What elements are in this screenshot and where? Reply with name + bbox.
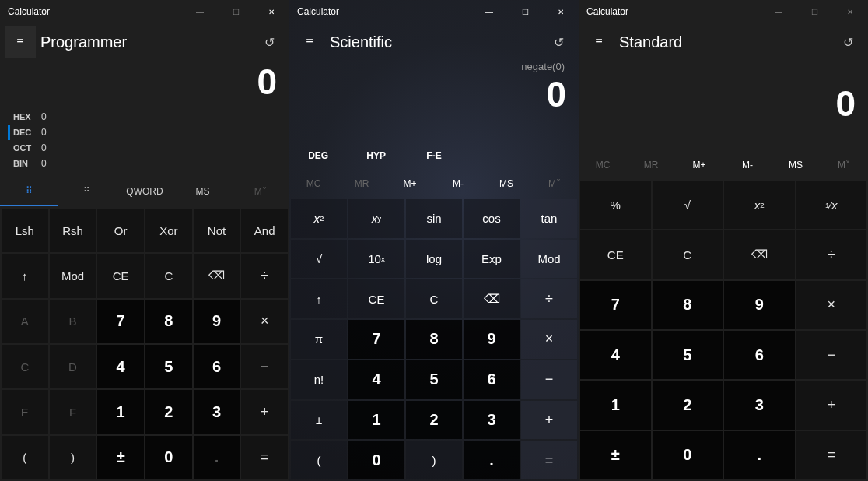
negate-button[interactable]: ± — [580, 431, 651, 479]
c-button[interactable]: C — [145, 254, 192, 297]
backspace-button[interactable]: ⌫ — [194, 254, 240, 297]
equals-button[interactable]: = — [796, 431, 867, 479]
xor-button[interactable]: Xor — [145, 209, 192, 252]
bitfield-icon[interactable]: ⠿ — [0, 176, 58, 206]
num-8-button[interactable]: 8 — [406, 320, 462, 359]
num-7-button[interactable]: 7 — [348, 320, 404, 359]
mc-button[interactable]: MC — [579, 151, 627, 179]
history-icon[interactable]: ↺ — [543, 26, 574, 58]
num-1-button[interactable]: 1 — [580, 381, 651, 429]
radix-oct[interactable]: OCT0 — [8, 140, 289, 156]
sin-button[interactable]: sin — [406, 199, 462, 238]
hamburger-icon[interactable]: ≡ — [583, 26, 614, 58]
num-5-button[interactable]: 5 — [653, 331, 723, 379]
mdrop-button[interactable]: M˅ — [820, 151, 868, 179]
ce-button[interactable]: CE — [97, 254, 144, 297]
num-3-button[interactable]: 3 — [724, 381, 795, 429]
num-2-button[interactable]: 2 — [406, 401, 462, 440]
maximize-button[interactable]: ☐ — [218, 0, 254, 23]
multiply-button[interactable]: × — [521, 320, 577, 359]
mplus-button[interactable]: M+ — [386, 170, 434, 198]
c-button[interactable]: C — [653, 230, 723, 279]
num-7-button[interactable]: 7 — [97, 300, 144, 343]
maximize-button[interactable]: ☐ — [796, 0, 832, 23]
num-8-button[interactable]: 8 — [653, 281, 723, 329]
num-5-button[interactable]: 5 — [406, 360, 462, 399]
num-9-button[interactable]: 9 — [464, 320, 520, 359]
num-2-button[interactable]: 2 — [145, 390, 192, 434]
open-paren-button[interactable]: ( — [291, 441, 347, 479]
hex-d-button[interactable]: D — [50, 345, 96, 388]
num-1-button[interactable]: 1 — [348, 401, 404, 440]
radix-dec[interactable]: DEC0 — [8, 125, 289, 140]
mod-button[interactable]: Mod — [50, 254, 96, 297]
mr-button[interactable]: MR — [338, 170, 386, 198]
num-0-button[interactable]: 0 — [348, 441, 404, 479]
ms-button[interactable]: MS — [482, 170, 530, 198]
ms-button[interactable]: MS — [772, 151, 820, 179]
ms-button[interactable]: MS — [173, 176, 231, 206]
hex-c-button[interactable]: C — [2, 345, 48, 388]
equals-button[interactable]: = — [521, 441, 577, 479]
cos-button[interactable]: cos — [464, 199, 520, 238]
num-5-button[interactable]: 5 — [145, 345, 192, 388]
mr-button[interactable]: MR — [627, 151, 675, 179]
close-button[interactable]: ✕ — [254, 0, 289, 23]
minimize-button[interactable]: — — [761, 0, 796, 23]
num-0-button[interactable]: 0 — [145, 436, 192, 479]
num-3-button[interactable]: 3 — [194, 390, 240, 434]
num-0-button[interactable]: 0 — [653, 431, 723, 479]
and-button[interactable]: And — [241, 209, 288, 252]
close-paren-button[interactable]: ) — [406, 441, 462, 479]
minimize-button[interactable]: — — [182, 0, 218, 23]
multiply-button[interactable]: × — [241, 300, 288, 343]
decimal-button[interactable]: . — [464, 441, 520, 479]
ten-pow-x-button[interactable]: 10x — [348, 240, 404, 279]
num-9-button[interactable]: 9 — [724, 281, 795, 329]
divide-button[interactable]: ÷ — [521, 279, 577, 318]
num-6-button[interactable]: 6 — [194, 345, 240, 388]
not-button[interactable]: Not — [194, 209, 240, 252]
plus-button[interactable]: + — [521, 401, 577, 440]
radix-hex[interactable]: HEX0 — [8, 109, 289, 125]
open-paren-button[interactable]: ( — [2, 436, 48, 479]
reciprocal-button[interactable]: 1⁄x — [796, 181, 867, 229]
hex-e-button[interactable]: E — [2, 390, 48, 434]
hex-a-button[interactable]: A — [2, 300, 48, 343]
factorial-button[interactable]: n! — [291, 360, 347, 399]
divide-button[interactable]: ÷ — [241, 254, 288, 297]
mod-button[interactable]: Mod — [521, 240, 577, 279]
plus-button[interactable]: + — [241, 390, 288, 434]
minus-button[interactable]: − — [796, 331, 867, 379]
up-arrow-button[interactable]: ↑ — [2, 254, 48, 297]
minimize-button[interactable]: — — [471, 0, 507, 23]
mplus-button[interactable]: M+ — [675, 151, 723, 179]
or-button[interactable]: Or — [97, 209, 144, 252]
decimal-button[interactable]: . — [194, 436, 240, 479]
pi-button[interactable]: π — [291, 320, 347, 359]
mc-button[interactable]: MC — [289, 170, 338, 198]
tan-button[interactable]: tan — [521, 199, 577, 238]
bit-toggle-icon[interactable]: ⠛ — [58, 176, 115, 206]
backspace-button[interactable]: ⌫ — [464, 279, 520, 318]
ce-button[interactable]: CE — [348, 279, 404, 318]
multiply-button[interactable]: × — [796, 281, 867, 329]
memory-dropdown[interactable]: M˅ — [232, 176, 289, 206]
backspace-button[interactable]: ⌫ — [724, 230, 795, 279]
equals-button[interactable]: = — [241, 436, 288, 479]
up-arrow-button[interactable]: ↑ — [291, 279, 347, 318]
negate-button[interactable]: ± — [97, 436, 144, 479]
history-icon[interactable]: ↺ — [832, 26, 863, 58]
c-button[interactable]: C — [406, 279, 462, 318]
minus-button[interactable]: − — [241, 345, 288, 388]
rsh-button[interactable]: Rsh — [50, 209, 96, 252]
num-6-button[interactable]: 6 — [464, 360, 520, 399]
mminus-button[interactable]: M- — [723, 151, 772, 179]
num-6-button[interactable]: 6 — [724, 331, 795, 379]
lsh-button[interactable]: Lsh — [2, 209, 48, 252]
hyp-button[interactable]: HYP — [347, 142, 404, 170]
num-2-button[interactable]: 2 — [653, 381, 723, 429]
radix-bin[interactable]: BIN0 — [8, 156, 289, 171]
num-4-button[interactable]: 4 — [348, 360, 404, 399]
x-squared-button[interactable]: x2 — [724, 181, 795, 229]
